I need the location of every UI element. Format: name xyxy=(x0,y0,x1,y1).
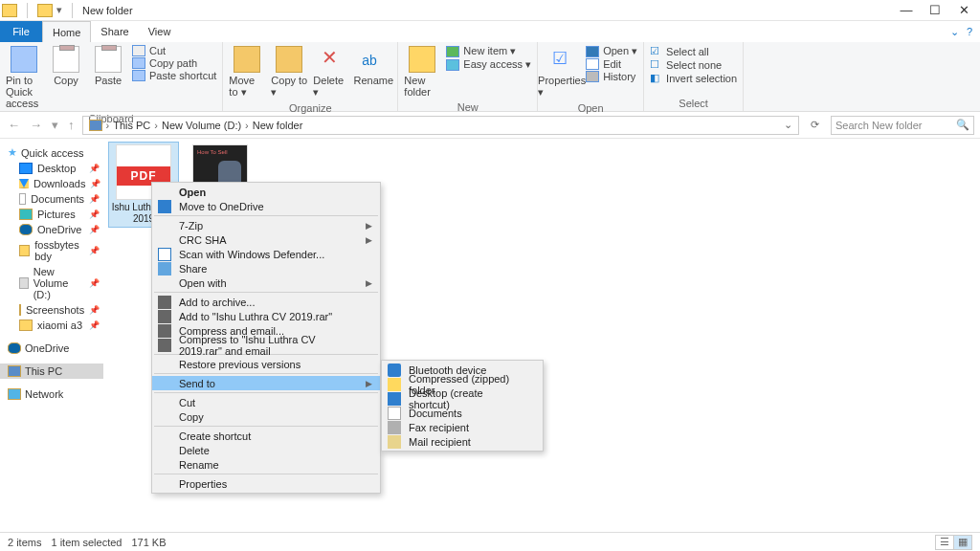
chevron-down-icon[interactable]: ⌄ xyxy=(784,119,792,131)
chevron-down-icon[interactable]: ▾ xyxy=(56,4,62,16)
copy-button[interactable]: Copy xyxy=(46,44,86,88)
sendto-mail[interactable]: Mail recipient xyxy=(382,434,543,449)
up-button[interactable]: ↑ xyxy=(66,118,77,132)
copy-to-button[interactable]: Copy to ▾ xyxy=(269,44,309,100)
sidebar-item-xiaomi[interactable]: xiaomi a3📌 xyxy=(0,318,103,333)
tab-home[interactable]: Home xyxy=(42,21,91,42)
back-button[interactable]: ← xyxy=(6,118,22,132)
search-input[interactable]: Search New folder 🔍 xyxy=(831,116,974,135)
ctx-move-onedrive[interactable]: Move to OneDrive xyxy=(152,199,380,213)
title-bar: ▾ New folder — ☐ ✕ xyxy=(0,0,980,21)
ctx-add-to-rar[interactable]: Add to "Ishu Luthra CV 2019.rar" xyxy=(152,309,380,323)
breadcrumb-item[interactable]: New folder xyxy=(253,120,303,131)
paste-shortcut-button[interactable]: Paste shortcut xyxy=(132,70,216,81)
minimize-button[interactable]: — xyxy=(892,0,921,21)
quick-access-toolbar: ▾ xyxy=(2,3,78,18)
search-icon: 🔍 xyxy=(956,119,969,131)
ctx-compress-to[interactable]: Compress to "Ishu Luthra CV 2019.rar" an… xyxy=(152,338,380,352)
sidebar-this-pc[interactable]: This PC xyxy=(0,364,103,379)
sidebar-item-documents[interactable]: Documents📌 xyxy=(0,191,103,207)
easy-access-button[interactable]: Easy access ▾ xyxy=(446,58,531,71)
maximize-button[interactable]: ☐ xyxy=(921,0,949,21)
ctx-properties[interactable]: Properties xyxy=(152,476,380,491)
status-items: 2 items xyxy=(8,537,41,548)
cut-button[interactable]: Cut xyxy=(132,45,216,56)
breadcrumb[interactable]: › This PC› New Volume (D:)› New folder ⌄ xyxy=(82,116,800,135)
ctx-open-with[interactable]: Open with▶ xyxy=(152,276,380,290)
group-new-label: New xyxy=(402,99,533,113)
select-none-button[interactable]: ☐Select none xyxy=(650,58,737,71)
ctx-open[interactable]: Open xyxy=(152,185,380,199)
pin-quick-access-button[interactable]: Pin to Quick access xyxy=(4,44,44,111)
ctx-send-to[interactable]: Send to▶ xyxy=(152,376,380,390)
ctx-7zip[interactable]: 7-Zip▶ xyxy=(152,218,380,232)
sidebar-item-newvolume[interactable]: New Volume (D:)📌 xyxy=(0,264,103,302)
ctx-delete[interactable]: Delete xyxy=(152,443,380,457)
sendto-fax[interactable]: Fax recipient xyxy=(382,420,543,434)
ctx-crc-sha[interactable]: CRC SHA▶ xyxy=(152,232,380,247)
sendto-desktop[interactable]: Desktop (create shortcut) xyxy=(382,391,543,406)
ctx-add-archive[interactable]: Add to archive... xyxy=(152,295,380,309)
ctx-copy[interactable]: Copy xyxy=(152,409,380,424)
sidebar-item-downloads[interactable]: Downloads📌 xyxy=(0,176,103,191)
tab-view[interactable]: View xyxy=(139,21,181,42)
folder-icon xyxy=(2,4,17,17)
ctx-rename[interactable]: Rename xyxy=(152,457,380,472)
context-menu: Open Move to OneDrive 7-Zip▶ CRC SHA▶ Sc… xyxy=(151,182,381,494)
properties-button[interactable]: Properties ▾ xyxy=(542,44,582,100)
sidebar-item-onedrive[interactable]: OneDrive📌 xyxy=(0,222,103,237)
nav-bar: ← → ▾ ↑ › This PC› New Volume (D:)› New … xyxy=(0,112,980,139)
sidebar-item-fossbytes[interactable]: fossbytes bdy📌 xyxy=(0,237,103,264)
sidebar-onedrive[interactable]: OneDrive xyxy=(0,341,103,356)
group-organize-label: Organize xyxy=(227,100,393,114)
status-size: 171 KB xyxy=(131,537,166,548)
view-details-button[interactable]: ☰ xyxy=(935,535,954,550)
move-to-button[interactable]: Move to ▾ xyxy=(227,44,267,100)
status-bar: 2 items 1 item selected 171 KB ☰ ▦ xyxy=(0,532,980,551)
new-folder-button[interactable]: New folder xyxy=(402,44,442,99)
sidebar-item-screenshots[interactable]: Screenshots📌 xyxy=(0,302,103,318)
tab-file[interactable]: File xyxy=(0,21,42,42)
group-select-label: Select xyxy=(648,96,739,109)
refresh-button[interactable]: ⟳ xyxy=(805,119,825,131)
view-thumbnails-button[interactable]: ▦ xyxy=(953,535,972,550)
folder-icon xyxy=(37,4,53,17)
recent-button[interactable]: ▾ xyxy=(50,118,60,132)
ribbon: Pin to Quick access Copy Paste Cut Copy … xyxy=(0,42,980,112)
close-button[interactable]: ✕ xyxy=(949,0,978,21)
sidebar-network[interactable]: Network xyxy=(0,386,103,402)
ctx-create-shortcut[interactable]: Create shortcut xyxy=(152,429,380,443)
pc-icon xyxy=(89,120,102,131)
ctx-scan-defender[interactable]: Scan with Windows Defender... xyxy=(152,247,380,261)
rename-button[interactable]: Rename xyxy=(353,44,393,88)
ctx-restore-previous[interactable]: Restore previous versions xyxy=(152,357,380,371)
ribbon-tabs: File Home Share View ⌄? xyxy=(0,21,980,42)
nav-sidebar: ★Quick access Desktop📌 Downloads📌 Docume… xyxy=(0,139,103,532)
tab-share[interactable]: Share xyxy=(91,21,138,42)
sidebar-item-pictures[interactable]: Pictures📌 xyxy=(0,207,103,222)
window-title: New folder xyxy=(82,5,133,16)
group-open-label: Open xyxy=(542,100,639,114)
breadcrumb-item[interactable]: This PC xyxy=(113,120,150,131)
open-button[interactable]: Open ▾ xyxy=(586,45,637,57)
sendto-documents[interactable]: Documents xyxy=(382,406,543,420)
sidebar-quick-access[interactable]: ★Quick access xyxy=(0,144,103,161)
new-item-button[interactable]: New item ▾ xyxy=(446,45,531,57)
copy-path-button[interactable]: Copy path xyxy=(132,57,216,69)
ribbon-help[interactable]: ⌄? xyxy=(948,21,980,42)
forward-button[interactable]: → xyxy=(28,118,44,132)
status-selected: 1 item selected xyxy=(51,537,122,548)
ctx-cut[interactable]: Cut xyxy=(152,395,380,409)
invert-selection-button[interactable]: ◧Invert selection xyxy=(650,72,737,84)
ctx-share[interactable]: Share xyxy=(152,261,380,276)
history-button[interactable]: History xyxy=(586,71,637,82)
search-placeholder: Search New folder xyxy=(835,120,923,131)
breadcrumb-item[interactable]: New Volume (D:) xyxy=(162,120,241,131)
select-all-button[interactable]: ☑Select all xyxy=(650,45,737,57)
sidebar-item-desktop[interactable]: Desktop📌 xyxy=(0,161,103,176)
paste-button[interactable]: Paste xyxy=(88,44,128,88)
edit-button[interactable]: Edit xyxy=(586,58,637,70)
sendto-submenu: Bluetooth device Compressed (zipped) fol… xyxy=(381,360,544,452)
delete-button[interactable]: Delete ▾ xyxy=(311,44,351,100)
